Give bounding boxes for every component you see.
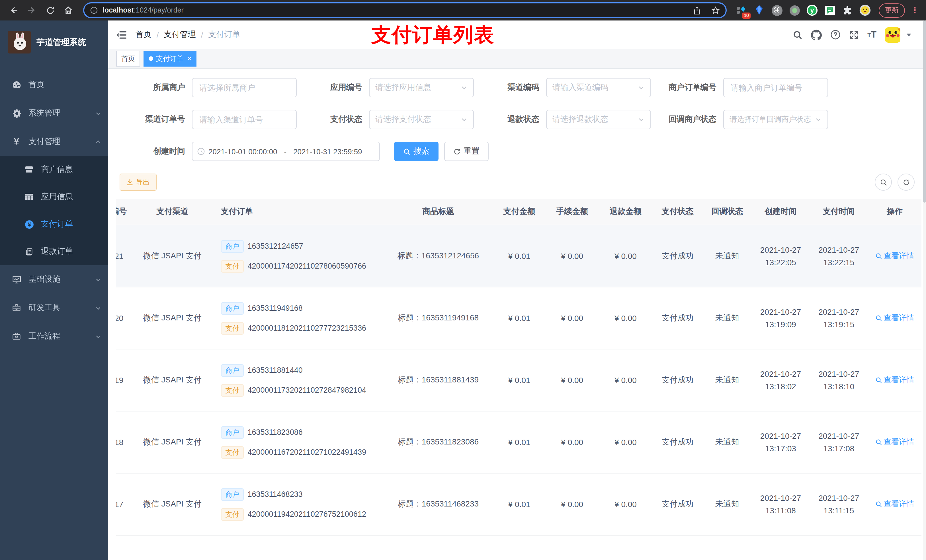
channel-order-no-input-box[interactable] <box>198 115 291 125</box>
share-icon[interactable] <box>693 6 701 15</box>
cell-title: 标题：1635311949168 <box>383 287 493 349</box>
search-button[interactable]: 搜索 <box>394 142 439 161</box>
extension-chat-icon[interactable] <box>824 5 835 16</box>
field-refund-status: 退款状态 请选择退款状态 <box>474 110 651 129</box>
sidebar-item-label: 基础设施 <box>29 274 95 285</box>
extension-command-icon[interactable]: ⌘ <box>771 5 782 16</box>
export-button[interactable]: 导出 <box>120 174 157 191</box>
cell-created: 2021-10-2713:18:02 <box>752 349 809 411</box>
create-time-range-picker[interactable]: 2021-10-01 00:00:00 - 2021-10-31 23:59:5… <box>192 142 380 161</box>
table-row[interactable]: 19 微信 JSAPI 支付 商户1635311881440 支付4200001… <box>116 349 921 411</box>
cell-channel: 微信 JSAPI 支付 <box>131 411 214 473</box>
merchant-tag: 商户 <box>221 364 244 376</box>
cell-refund: ¥ 0.00 <box>599 225 652 287</box>
pay-order-no: 4200001167202110271022491439 <box>247 448 366 456</box>
extensions-puzzle-icon[interactable] <box>842 5 853 16</box>
cell-order: 商户1635311468233 支付4200001194202110276752… <box>214 473 383 535</box>
sidebar-item-home[interactable]: 首页 <box>0 71 108 99</box>
sidebar-item-workflow[interactable]: 工作流程 <box>0 322 108 350</box>
field-label: 渠道订单号 <box>120 115 192 125</box>
refund-status-select[interactable]: 请选择退款状态 <box>546 110 651 129</box>
table-row[interactable]: 17 微信 JSAPI 支付 商户1635311468233 支付4200001… <box>116 473 921 535</box>
merchant-input[interactable] <box>192 78 297 97</box>
sidebar-item-payment[interactable]: ¥ 支付管理 <box>0 127 108 156</box>
breadcrumb-home[interactable]: 首页 <box>136 30 151 40</box>
sidebar-item-infrastructure[interactable]: 基础设施 <box>0 265 108 294</box>
github-icon[interactable] <box>811 29 822 40</box>
tags-view-bar: 首页 支付订单 × <box>108 49 926 69</box>
merchant-tag: 商户 <box>221 240 244 252</box>
merchant-order-no-input-box[interactable] <box>729 83 822 93</box>
search-icon[interactable] <box>793 30 802 39</box>
cell-notify: 未通知 <box>703 225 752 287</box>
table-row[interactable]: 21 微信 JSAPI 支付 商户1635312124657 支付4200001… <box>116 225 921 287</box>
view-detail-label: 查看详情 <box>884 375 914 385</box>
extension-y-icon[interactable]: y <box>806 5 818 16</box>
sidebar-logo[interactable]: 芋道管理系统 <box>0 21 108 63</box>
tag-pay-order[interactable]: 支付订单 × <box>144 51 197 66</box>
merchant-order-no-input[interactable] <box>723 78 828 97</box>
grid-icon <box>24 192 34 201</box>
view-detail-link[interactable]: 查看详情 <box>875 251 914 261</box>
table-row[interactable]: 18 微信 JSAPI 支付 商户1635311823086 支付4200001… <box>116 411 921 473</box>
chevron-down-icon <box>95 276 101 282</box>
help-icon[interactable] <box>830 30 841 40</box>
fullscreen-icon[interactable] <box>849 30 859 39</box>
cell-title: 标题：1635312124656 <box>383 225 493 287</box>
view-detail-link[interactable]: 查看详情 <box>875 437 914 447</box>
sidebar-item-system[interactable]: 系统管理 <box>0 99 108 127</box>
tag-label: 首页 <box>121 54 135 63</box>
merchant-input-box[interactable] <box>198 83 291 93</box>
profile-avatar-icon[interactable] <box>859 5 871 16</box>
table-row-partial[interactable]: 商户1635311054796 <box>116 535 921 560</box>
view-detail-link[interactable]: 查看详情 <box>875 375 914 385</box>
avatar-caret-icon[interactable] <box>906 33 911 36</box>
cell-id: 20 <box>116 287 131 349</box>
breadcrumb-section[interactable]: 支付管理 <box>164 30 196 40</box>
browser-menu-icon[interactable]: ⋮ <box>911 5 919 15</box>
sidebar-item-pay-order[interactable]: ¥ 支付订单 <box>0 211 108 238</box>
font-size-icon[interactable]: TT <box>867 30 876 40</box>
pay-status-select[interactable]: 请选择支付状态 <box>369 110 474 129</box>
merchant-tag: 商户 <box>221 426 244 438</box>
app-select[interactable]: 请选择应用信息 <box>369 78 474 97</box>
bookmark-star-icon[interactable] <box>711 6 720 15</box>
url-host: localhost <box>103 6 134 14</box>
extension-gem-icon[interactable] <box>754 5 765 16</box>
channel-order-no-input[interactable] <box>192 110 297 129</box>
chevron-down-icon <box>461 116 468 123</box>
page-scrollbar[interactable] <box>923 21 926 560</box>
browser-update-button[interactable]: 更新 <box>879 3 905 17</box>
cell-id <box>116 535 131 560</box>
channel-code-select[interactable]: 请输入渠道编码 <box>546 78 651 97</box>
sidebar-item-refund-order[interactable]: 退款订单 <box>0 238 108 265</box>
home-icon[interactable] <box>61 2 76 18</box>
reset-button[interactable]: 重置 <box>444 142 489 161</box>
sidebar-item-merchant-info[interactable]: 商户信息 <box>0 156 108 183</box>
back-icon[interactable] <box>6 2 22 18</box>
cell-channel: 微信 JSAPI 支付 <box>131 225 214 287</box>
tag-home[interactable]: 首页 <box>116 51 140 66</box>
user-avatar[interactable] <box>885 27 900 42</box>
callback-status-select[interactable]: 请选择订单回调商户状态 <box>723 110 828 129</box>
page-title-annotation: 支付订单列表 <box>371 22 494 48</box>
cell-notify: 未通知 <box>703 473 752 535</box>
sidebar-collapse-icon[interactable] <box>116 29 127 41</box>
forward-icon[interactable] <box>24 2 40 18</box>
sidebar-item-app-info[interactable]: 应用信息 <box>0 183 108 211</box>
extension-recorder-icon[interactable] <box>789 5 800 16</box>
table-row[interactable]: 20 微信 JSAPI 支付 商户1635311949168 支付4200001… <box>116 287 921 349</box>
merchant-order-no: 1635311823086 <box>247 428 303 436</box>
extension-diamond-icon[interactable]: 10 <box>736 5 747 16</box>
tag-close-icon[interactable]: × <box>188 55 191 62</box>
view-detail-link[interactable]: 查看详情 <box>875 499 914 509</box>
chevron-down-icon <box>95 333 101 340</box>
site-info-icon[interactable] <box>90 6 98 14</box>
sidebar-item-dev-tools[interactable]: 研发工具 <box>0 294 108 322</box>
cell-channel <box>131 535 214 560</box>
refresh-button[interactable] <box>897 174 915 191</box>
toggle-search-button[interactable] <box>875 174 892 191</box>
address-bar[interactable]: localhost:1024/pay/order <box>83 2 727 18</box>
view-detail-link[interactable]: 查看详情 <box>875 313 914 323</box>
reload-icon[interactable] <box>42 2 58 18</box>
